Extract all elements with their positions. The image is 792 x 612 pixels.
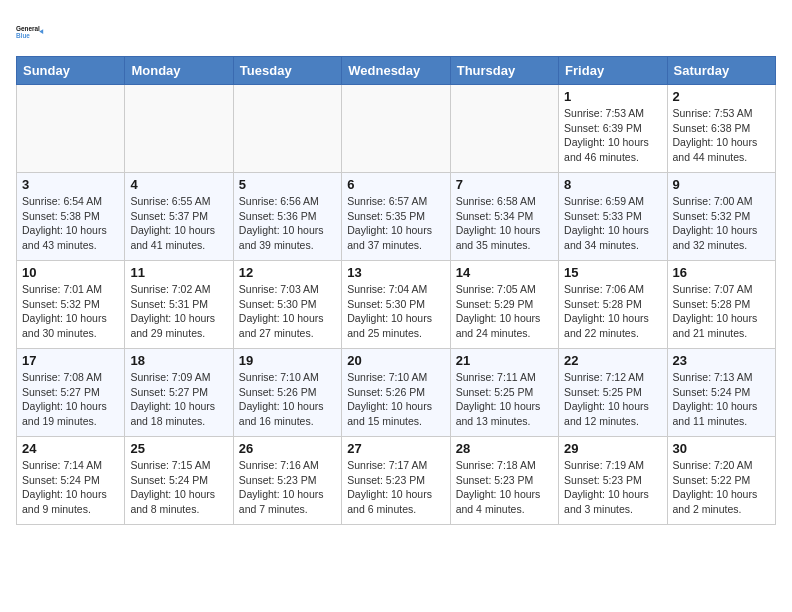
day-info: Sunrise: 6:55 AMSunset: 5:37 PMDaylight:… xyxy=(130,194,227,253)
day-info: Sunrise: 7:18 AMSunset: 5:23 PMDaylight:… xyxy=(456,458,553,517)
day-number: 30 xyxy=(673,441,770,456)
day-info: Sunrise: 7:19 AMSunset: 5:23 PMDaylight:… xyxy=(564,458,661,517)
day-info: Sunrise: 6:59 AMSunset: 5:33 PMDaylight:… xyxy=(564,194,661,253)
calendar-day-cell: 11Sunrise: 7:02 AMSunset: 5:31 PMDayligh… xyxy=(125,261,233,349)
calendar-day-cell: 4Sunrise: 6:55 AMSunset: 5:37 PMDaylight… xyxy=(125,173,233,261)
day-info: Sunrise: 7:00 AMSunset: 5:32 PMDaylight:… xyxy=(673,194,770,253)
day-info: Sunrise: 7:03 AMSunset: 5:30 PMDaylight:… xyxy=(239,282,336,341)
day-number: 2 xyxy=(673,89,770,104)
day-info: Sunrise: 7:17 AMSunset: 5:23 PMDaylight:… xyxy=(347,458,444,517)
day-number: 3 xyxy=(22,177,119,192)
weekday-header-tuesday: Tuesday xyxy=(233,57,341,85)
day-info: Sunrise: 7:12 AMSunset: 5:25 PMDaylight:… xyxy=(564,370,661,429)
logo-icon: GeneralBlue xyxy=(16,16,48,48)
day-info: Sunrise: 7:05 AMSunset: 5:29 PMDaylight:… xyxy=(456,282,553,341)
calendar-day-cell xyxy=(233,85,341,173)
svg-text:Blue: Blue xyxy=(16,32,30,39)
day-info: Sunrise: 7:16 AMSunset: 5:23 PMDaylight:… xyxy=(239,458,336,517)
calendar-day-cell: 15Sunrise: 7:06 AMSunset: 5:28 PMDayligh… xyxy=(559,261,667,349)
day-number: 25 xyxy=(130,441,227,456)
day-info: Sunrise: 6:56 AMSunset: 5:36 PMDaylight:… xyxy=(239,194,336,253)
svg-text:General: General xyxy=(16,25,40,32)
day-number: 10 xyxy=(22,265,119,280)
day-number: 12 xyxy=(239,265,336,280)
calendar-day-cell: 12Sunrise: 7:03 AMSunset: 5:30 PMDayligh… xyxy=(233,261,341,349)
day-info: Sunrise: 7:06 AMSunset: 5:28 PMDaylight:… xyxy=(564,282,661,341)
day-number: 15 xyxy=(564,265,661,280)
calendar-day-cell: 9Sunrise: 7:00 AMSunset: 5:32 PMDaylight… xyxy=(667,173,775,261)
day-number: 21 xyxy=(456,353,553,368)
day-info: Sunrise: 7:53 AMSunset: 6:39 PMDaylight:… xyxy=(564,106,661,165)
day-info: Sunrise: 7:13 AMSunset: 5:24 PMDaylight:… xyxy=(673,370,770,429)
calendar-day-cell: 16Sunrise: 7:07 AMSunset: 5:28 PMDayligh… xyxy=(667,261,775,349)
day-number: 22 xyxy=(564,353,661,368)
weekday-header-sunday: Sunday xyxy=(17,57,125,85)
day-info: Sunrise: 7:14 AMSunset: 5:24 PMDaylight:… xyxy=(22,458,119,517)
calendar-day-cell xyxy=(450,85,558,173)
calendar-day-cell: 5Sunrise: 6:56 AMSunset: 5:36 PMDaylight… xyxy=(233,173,341,261)
calendar-table: SundayMondayTuesdayWednesdayThursdayFrid… xyxy=(16,56,776,525)
calendar-week-row: 1Sunrise: 7:53 AMSunset: 6:39 PMDaylight… xyxy=(17,85,776,173)
day-number: 7 xyxy=(456,177,553,192)
day-info: Sunrise: 7:04 AMSunset: 5:30 PMDaylight:… xyxy=(347,282,444,341)
day-number: 8 xyxy=(564,177,661,192)
day-number: 6 xyxy=(347,177,444,192)
logo: GeneralBlue xyxy=(16,16,48,48)
day-info: Sunrise: 7:10 AMSunset: 5:26 PMDaylight:… xyxy=(239,370,336,429)
day-number: 11 xyxy=(130,265,227,280)
calendar-day-cell: 27Sunrise: 7:17 AMSunset: 5:23 PMDayligh… xyxy=(342,437,450,525)
weekday-header-row: SundayMondayTuesdayWednesdayThursdayFrid… xyxy=(17,57,776,85)
day-info: Sunrise: 7:53 AMSunset: 6:38 PMDaylight:… xyxy=(673,106,770,165)
calendar-day-cell: 20Sunrise: 7:10 AMSunset: 5:26 PMDayligh… xyxy=(342,349,450,437)
day-number: 26 xyxy=(239,441,336,456)
weekday-header-thursday: Thursday xyxy=(450,57,558,85)
day-number: 27 xyxy=(347,441,444,456)
day-number: 16 xyxy=(673,265,770,280)
calendar-day-cell: 6Sunrise: 6:57 AMSunset: 5:35 PMDaylight… xyxy=(342,173,450,261)
calendar-day-cell xyxy=(125,85,233,173)
calendar-day-cell: 29Sunrise: 7:19 AMSunset: 5:23 PMDayligh… xyxy=(559,437,667,525)
calendar-day-cell: 14Sunrise: 7:05 AMSunset: 5:29 PMDayligh… xyxy=(450,261,558,349)
day-info: Sunrise: 7:01 AMSunset: 5:32 PMDaylight:… xyxy=(22,282,119,341)
calendar-day-cell: 21Sunrise: 7:11 AMSunset: 5:25 PMDayligh… xyxy=(450,349,558,437)
day-number: 5 xyxy=(239,177,336,192)
day-number: 18 xyxy=(130,353,227,368)
day-number: 28 xyxy=(456,441,553,456)
day-info: Sunrise: 6:58 AMSunset: 5:34 PMDaylight:… xyxy=(456,194,553,253)
day-info: Sunrise: 6:54 AMSunset: 5:38 PMDaylight:… xyxy=(22,194,119,253)
day-number: 23 xyxy=(673,353,770,368)
day-number: 1 xyxy=(564,89,661,104)
calendar-day-cell: 1Sunrise: 7:53 AMSunset: 6:39 PMDaylight… xyxy=(559,85,667,173)
calendar-week-row: 3Sunrise: 6:54 AMSunset: 5:38 PMDaylight… xyxy=(17,173,776,261)
calendar-day-cell: 23Sunrise: 7:13 AMSunset: 5:24 PMDayligh… xyxy=(667,349,775,437)
calendar-day-cell: 24Sunrise: 7:14 AMSunset: 5:24 PMDayligh… xyxy=(17,437,125,525)
calendar-day-cell: 25Sunrise: 7:15 AMSunset: 5:24 PMDayligh… xyxy=(125,437,233,525)
calendar-week-row: 10Sunrise: 7:01 AMSunset: 5:32 PMDayligh… xyxy=(17,261,776,349)
day-info: Sunrise: 7:15 AMSunset: 5:24 PMDaylight:… xyxy=(130,458,227,517)
day-number: 20 xyxy=(347,353,444,368)
day-number: 13 xyxy=(347,265,444,280)
calendar-day-cell xyxy=(17,85,125,173)
calendar-day-cell: 10Sunrise: 7:01 AMSunset: 5:32 PMDayligh… xyxy=(17,261,125,349)
calendar-day-cell: 30Sunrise: 7:20 AMSunset: 5:22 PMDayligh… xyxy=(667,437,775,525)
weekday-header-monday: Monday xyxy=(125,57,233,85)
day-info: Sunrise: 7:10 AMSunset: 5:26 PMDaylight:… xyxy=(347,370,444,429)
calendar-day-cell: 28Sunrise: 7:18 AMSunset: 5:23 PMDayligh… xyxy=(450,437,558,525)
day-number: 4 xyxy=(130,177,227,192)
day-info: Sunrise: 6:57 AMSunset: 5:35 PMDaylight:… xyxy=(347,194,444,253)
calendar-day-cell: 8Sunrise: 6:59 AMSunset: 5:33 PMDaylight… xyxy=(559,173,667,261)
calendar-day-cell xyxy=(342,85,450,173)
weekday-header-friday: Friday xyxy=(559,57,667,85)
day-info: Sunrise: 7:11 AMSunset: 5:25 PMDaylight:… xyxy=(456,370,553,429)
day-info: Sunrise: 7:08 AMSunset: 5:27 PMDaylight:… xyxy=(22,370,119,429)
day-number: 9 xyxy=(673,177,770,192)
calendar-day-cell: 18Sunrise: 7:09 AMSunset: 5:27 PMDayligh… xyxy=(125,349,233,437)
calendar-day-cell: 3Sunrise: 6:54 AMSunset: 5:38 PMDaylight… xyxy=(17,173,125,261)
calendar-day-cell: 26Sunrise: 7:16 AMSunset: 5:23 PMDayligh… xyxy=(233,437,341,525)
page-header: GeneralBlue xyxy=(16,16,776,48)
calendar-day-cell: 22Sunrise: 7:12 AMSunset: 5:25 PMDayligh… xyxy=(559,349,667,437)
calendar-day-cell: 19Sunrise: 7:10 AMSunset: 5:26 PMDayligh… xyxy=(233,349,341,437)
day-info: Sunrise: 7:20 AMSunset: 5:22 PMDaylight:… xyxy=(673,458,770,517)
day-number: 24 xyxy=(22,441,119,456)
weekday-header-wednesday: Wednesday xyxy=(342,57,450,85)
